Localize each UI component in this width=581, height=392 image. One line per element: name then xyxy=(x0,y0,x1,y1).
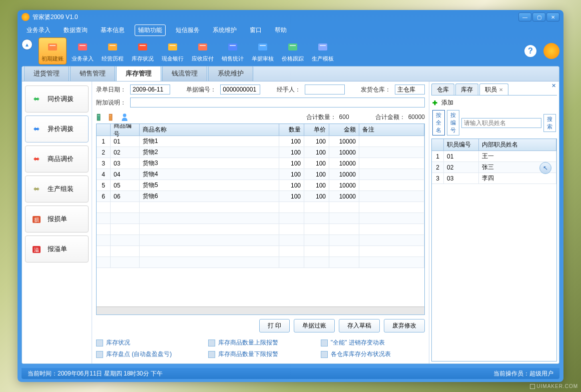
sidebar-报损单[interactable]: 损报损单 xyxy=(25,206,89,232)
sidebar-同价调拨[interactable]: 同价调拨 xyxy=(25,86,89,112)
grid-header-code[interactable]: 商品编号 xyxy=(111,124,140,136)
filter-code-button[interactable]: 按编号 xyxy=(447,110,459,136)
maximize-button[interactable]: ▢ xyxy=(532,12,545,22)
menu-数据查询[interactable]: 数据查询 xyxy=(61,25,91,36)
main-tab-销售管理[interactable]: 销售管理 xyxy=(70,66,115,81)
search-button[interactable]: 搜索 xyxy=(543,114,556,132)
note-input[interactable] xyxy=(130,98,425,108)
link-item[interactable]: 库存商品数量下限报警 xyxy=(208,350,312,358)
main-tab-进货管理[interactable]: 进货管理 xyxy=(24,66,69,81)
menu-窗口[interactable]: 窗口 xyxy=(247,25,265,36)
tab-close-icon[interactable]: ✕ xyxy=(499,87,503,92)
status-time: 2009年06月11日 星期四 18时30分 下午 xyxy=(58,370,163,378)
table-row-empty[interactable] xyxy=(97,224,424,235)
grid-body[interactable]: 101货物110010010000202货物210010010000303货物3… xyxy=(97,136,424,306)
right-grid-body[interactable]: 101王一202张三303李四 xyxy=(432,151,556,361)
sidebar-商品调价[interactable]: 商品调价 xyxy=(25,146,89,172)
table-row-empty[interactable] xyxy=(97,213,424,224)
menu-业务录入[interactable]: 业务录入 xyxy=(24,25,54,36)
date-input[interactable] xyxy=(130,84,170,94)
grid-header-note[interactable]: 备注 xyxy=(359,124,424,136)
table-row-empty[interactable] xyxy=(97,246,424,257)
grid-header-qty[interactable]: 数量 xyxy=(279,124,304,136)
ribbon: 初期建账业务录入经营历程库存状况现金银行应收应付销售统计单据审核价格跟踪生产模板… xyxy=(35,36,563,66)
action-打印[interactable]: 打 印 xyxy=(259,319,290,332)
grid-header-idx[interactable] xyxy=(97,124,111,136)
table-row-empty[interactable] xyxy=(97,235,424,246)
ribbon-生产模板[interactable]: 生产模板 xyxy=(309,38,337,64)
sidebar-生产组装[interactable]: 生产组装 xyxy=(25,176,89,202)
svg-rect-28 xyxy=(110,116,110,116)
back-arrow-icon[interactable]: ↖ xyxy=(539,162,551,174)
grid-header-amt[interactable]: 金额 xyxy=(329,124,359,136)
table-row[interactable]: 303货物310010010000 xyxy=(97,158,424,169)
ribbon-初期建账[interactable]: 初期建账 xyxy=(39,38,67,64)
table-row[interactable]: 202货物210010010000 xyxy=(97,147,424,158)
link-item[interactable]: "全能" 进销存变动表 xyxy=(321,338,425,347)
right-table-row[interactable]: 101王一 xyxy=(432,151,556,162)
ribbon-应收应付[interactable]: 应收应付 xyxy=(189,38,217,64)
status-user: 超级用户 xyxy=(529,370,553,378)
building1-icon[interactable] xyxy=(96,112,105,122)
right-table-row[interactable]: 202张三 xyxy=(432,162,556,173)
ribbon-业务录入[interactable]: 业务录入 xyxy=(69,38,97,64)
titlebar[interactable]: 管家婆2009 V1.0 — ▢ ✕ xyxy=(18,10,563,24)
ribbon-库存状况[interactable]: 库存状况 xyxy=(129,38,157,64)
link-item[interactable]: 库存商品数量上限报警 xyxy=(208,338,312,347)
grid-header-price[interactable]: 单价 xyxy=(304,124,329,136)
add-button[interactable]: ✚ 添加 xyxy=(432,98,453,107)
right-tab-职员[interactable]: 职员✕ xyxy=(479,84,508,95)
action-单据过账[interactable]: 单据过账 xyxy=(294,319,335,332)
table-row[interactable]: 606货物610010010000 xyxy=(97,191,424,202)
link-icon xyxy=(96,351,103,358)
handler-input[interactable] xyxy=(305,84,345,94)
right-header-idx[interactable] xyxy=(432,139,444,150)
grid-hscrollbar[interactable] xyxy=(97,306,424,314)
search-input[interactable] xyxy=(461,118,541,128)
ribbon-经营历程[interactable]: 经营历程 xyxy=(99,38,127,64)
table-row-empty[interactable] xyxy=(97,257,424,268)
docno-input[interactable] xyxy=(220,84,260,94)
action-废弃修改[interactable]: 废弃修改 xyxy=(384,319,425,332)
menu-帮助[interactable]: 帮助 xyxy=(272,25,290,36)
sidebar: 同价调拨异价调拨商品调价生产组装损报损单溢报溢单 xyxy=(22,82,92,364)
table-row-empty[interactable] xyxy=(97,202,424,213)
ribbon-销售统计[interactable]: 销售统计 xyxy=(219,38,247,64)
person-icon[interactable] xyxy=(120,112,129,122)
help-icon[interactable]: ? xyxy=(523,44,537,58)
table-row[interactable]: 404货物410010010000 xyxy=(97,169,424,180)
ribbon-单据审核[interactable]: 单据审核 xyxy=(249,38,277,64)
right-header-code[interactable]: 职员编号 xyxy=(444,139,479,150)
table-row[interactable]: 505货物510010010000 xyxy=(97,180,424,191)
action-存入草稿[interactable]: 存入草稿 xyxy=(339,319,380,332)
ribbon-icon xyxy=(226,40,240,54)
main-tab-库存管理[interactable]: 库存管理 xyxy=(116,66,161,81)
right-tab-库存[interactable]: 库存 xyxy=(455,84,478,95)
link-item[interactable]: 各仓库库存分布状况表 xyxy=(321,350,425,358)
menu-基本信息[interactable]: 基本信息 xyxy=(98,25,128,36)
panel-close-icon[interactable]: ✕ xyxy=(550,82,557,90)
menu-短信服务[interactable]: 短信服务 xyxy=(173,25,203,36)
main-tab-系统维护[interactable]: 系统维护 xyxy=(208,66,253,81)
ribbon-icon xyxy=(196,40,210,54)
sidebar-报溢单[interactable]: 溢报溢单 xyxy=(25,236,89,262)
menu-辅助功能[interactable]: 辅助功能 xyxy=(135,24,166,36)
minimize-button[interactable]: — xyxy=(518,12,531,22)
close-button[interactable]: ✕ xyxy=(546,12,559,22)
filter-fullname-button[interactable]: 按全名 xyxy=(432,110,445,136)
right-tab-仓库[interactable]: 仓库 xyxy=(431,84,454,95)
ribbon-价格跟踪[interactable]: 价格跟踪 xyxy=(279,38,307,64)
menu-系统维护[interactable]: 系统维护 xyxy=(210,25,240,36)
table-row[interactable]: 101货物110010010000 xyxy=(97,136,424,147)
link-item[interactable]: 库存盘点 (自动盘盈盘亏) xyxy=(96,350,200,358)
grid-header-name[interactable]: 商品名称 xyxy=(140,124,279,136)
right-table-row[interactable]: 303李四 xyxy=(432,173,556,184)
main-tab-钱流管理[interactable]: 钱流管理 xyxy=(162,66,207,81)
right-header-name[interactable]: 内部职员姓名 xyxy=(479,139,556,150)
building2-icon[interactable] xyxy=(108,112,117,122)
ribbon-现金银行[interactable]: 现金银行 xyxy=(159,38,187,64)
link-item[interactable]: 库存状况 xyxy=(96,338,200,347)
warehouse-input[interactable] xyxy=(395,84,425,94)
ribbon-toggle-icon[interactable]: ▲ xyxy=(22,39,33,50)
sidebar-异价调拨[interactable]: 异价调拨 xyxy=(25,116,89,142)
